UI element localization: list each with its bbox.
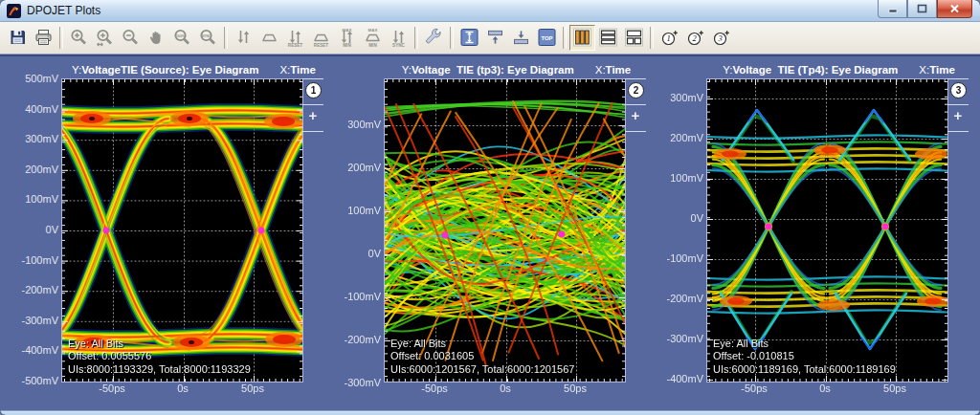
title-bar[interactable]: DPOJET Plots (0, 0, 980, 22)
vertical-cursors-reset-button[interactable]: RESET (282, 25, 308, 51)
y-axis-label: 300mV (646, 92, 703, 103)
y-axis-label: 200mV (323, 162, 381, 173)
x-axis-label: 50ps (883, 382, 906, 394)
svg-text:3: 3 (717, 33, 722, 43)
svg-text:MAX: MAX (343, 28, 352, 33)
zoom-100-button[interactable]: 100% (169, 25, 195, 51)
y-axis-label: 500mV (1, 73, 58, 84)
eye-diagram-plot[interactable]: Eye: All BitsOffset: 0.0031605UIs:6000:1… (384, 78, 626, 382)
always-on-top-button[interactable]: TOP (534, 25, 560, 51)
x-axis-label: 0s (500, 382, 511, 394)
layout-rows-button[interactable] (595, 25, 621, 51)
save-button[interactable] (5, 25, 31, 51)
layout-rows-icon (598, 28, 618, 48)
vertical-cursors-button[interactable] (231, 25, 256, 51)
vertical-cursors-sync-button[interactable]: SYNC (386, 25, 412, 51)
pan-icon (146, 28, 167, 48)
horizontal-cursors-button[interactable] (256, 25, 282, 51)
y-axis-label: -200mV (1, 284, 58, 295)
close-button[interactable] (937, 0, 972, 18)
x-axis-label: 50ps (241, 382, 264, 394)
y-axis-label: -300mV (1, 315, 58, 326)
y-axis-label: -100mV (1, 254, 58, 266)
toolbar-separator (563, 27, 567, 49)
y-axis-label: 0V (323, 248, 381, 259)
plot-panel-3: Y:Voltage TIE (Tp4): Eye DiagramX:Time 3… (672, 61, 971, 410)
add-plot-2-button[interactable]: 2 (682, 25, 708, 51)
zoom-out-button[interactable] (118, 25, 144, 51)
dock-bottom-icon (511, 28, 531, 48)
zoom-x-axis-button[interactable] (92, 25, 118, 51)
print-button[interactable] (31, 25, 56, 51)
horizontal-cursors-max-min-button[interactable]: MAXMIN (360, 25, 386, 51)
layout-mixed-button[interactable] (621, 25, 647, 51)
toolbar-separator (224, 27, 228, 49)
horizontal-cursors-max-min-icon: MAXMIN (363, 28, 383, 48)
configure-wrench-icon (424, 28, 444, 48)
zoom-in-icon (69, 28, 89, 48)
restore-button[interactable] (907, 0, 937, 18)
plot-stats: Eye: All BitsOffset: -0.010815UIs:6000:1… (713, 338, 896, 377)
eye-diagram-plot[interactable]: Eye: All BitsOffset: -0.010815UIs:6000:1… (706, 78, 948, 382)
x-axis-label: 0s (819, 382, 831, 394)
resize-vertical-button[interactable] (457, 25, 482, 51)
y-axis-label: -500mV (1, 375, 58, 386)
add-plot-3-icon: 3 (711, 28, 731, 48)
eye-diagram-plot[interactable]: Eye: All BitsOffset: 0.0055576UIs:8000:1… (61, 78, 303, 382)
plot-side-strip: 3 + (947, 78, 971, 381)
toolbar: 100%SYNCRESETRESETMAXMINMAXMINSYNCTOP123 (0, 22, 980, 55)
plot-panel-2: Y:Voltage TIE (tp3): Eye DiagramX:Time 3… (349, 61, 649, 410)
x-axis-label: 0s (177, 382, 189, 394)
always-on-top-icon: TOP (537, 28, 557, 48)
y-axis-label: -400mV (646, 373, 703, 384)
x-axis-label: -50ps (421, 382, 448, 394)
svg-text:MIN: MIN (368, 43, 377, 48)
layout-mixed-icon (624, 28, 644, 48)
configure-wrench-button[interactable] (421, 25, 447, 51)
y-axis-label: 200mV (646, 132, 703, 143)
pan-button[interactable] (144, 25, 169, 51)
add-measurement-button[interactable]: + (627, 108, 644, 123)
add-plot-1-button[interactable]: 1 (657, 25, 682, 51)
svg-text:1: 1 (666, 33, 670, 43)
app-icon (7, 4, 21, 18)
minimize-button[interactable] (878, 0, 907, 18)
y-axis-label: -100mV (323, 291, 381, 302)
y-axis-label: 0V (646, 212, 703, 224)
add-measurement-button[interactable]: + (304, 108, 322, 123)
vertical-cursors-sync-icon: SYNC (389, 28, 409, 48)
plot-panel-1: Y:VoltageTIE (Source): Eye DiagramX:Time… (27, 61, 326, 410)
add-plot-3-button[interactable]: 3 (708, 25, 734, 51)
plot-title: Y:VoltageTIE (Source): Eye DiagramX:Time (61, 61, 326, 78)
y-axis: 300mV200mV100mV0V-100mV-200mV-300mV-400m… (672, 78, 706, 381)
zoom-sync-button[interactable]: SYNC (195, 25, 221, 51)
toolbar-separator (450, 27, 454, 49)
dock-bottom-button[interactable] (508, 25, 534, 51)
layout-columns-button[interactable] (569, 25, 595, 51)
window-bottom-frame (0, 410, 980, 415)
svg-text:SYNC: SYNC (392, 43, 405, 48)
zoom-in-button[interactable] (66, 25, 92, 51)
x-axis: -50ps0s50ps (384, 381, 624, 398)
dpojet-plots-window: DPOJET Plots 100%SYNCRESETRESETMAXMINMAX… (0, 0, 980, 415)
y-axis-label: 400mV (1, 103, 58, 115)
y-axis-label: 200mV (1, 164, 58, 175)
resize-vertical-icon (459, 28, 479, 48)
toolbar-separator (59, 27, 63, 49)
add-measurement-button[interactable]: + (949, 108, 967, 123)
zoom-out-icon (121, 28, 141, 48)
y-axis: 500mV400mV300mV200mV100mV0V-100mV-200mV-… (27, 78, 61, 381)
plot-number-badge: 2 (628, 82, 644, 98)
dock-top-button[interactable] (482, 25, 508, 51)
horizontal-cursors-reset-button[interactable]: RESET (308, 25, 334, 51)
zoom-x-axis-icon (95, 28, 115, 48)
plot-title: Y:Voltage TIE (tp3): Eye DiagramX:Time (384, 61, 649, 78)
zoom-sync-icon: SYNC (198, 28, 218, 48)
y-axis-label: -400mV (1, 344, 58, 356)
svg-text:MIN: MIN (343, 43, 351, 48)
x-axis: -50ps0s50ps (706, 381, 947, 398)
save-icon (8, 28, 28, 48)
plot-stats: Eye: All BitsOffset: 0.0031605UIs:6000:1… (390, 338, 574, 377)
vertical-cursors-max-min-icon: MAXMIN (337, 28, 357, 48)
vertical-cursors-max-min-button[interactable]: MAXMIN (334, 25, 360, 51)
